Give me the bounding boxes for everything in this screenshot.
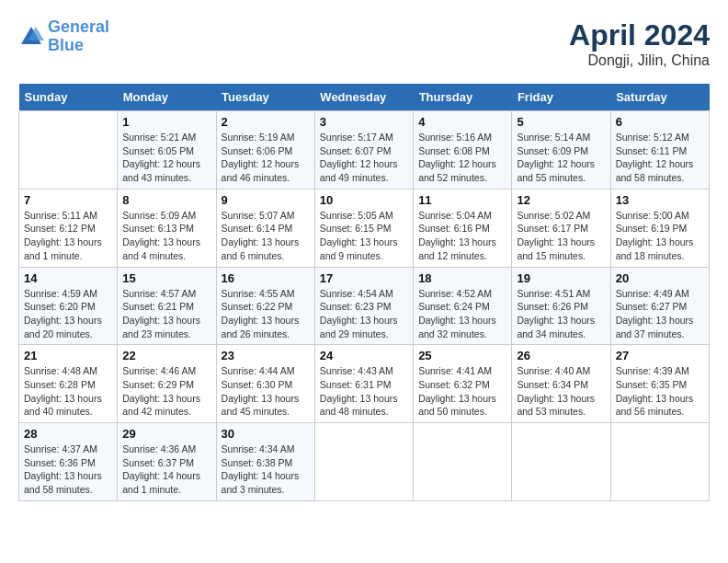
day-number: 28 bbox=[24, 427, 112, 441]
column-header-thursday: Thursday bbox=[414, 84, 512, 111]
calendar-cell: 16Sunrise: 4:55 AM Sunset: 6:22 PM Dayli… bbox=[216, 267, 314, 345]
column-header-wednesday: Wednesday bbox=[314, 84, 413, 111]
day-info: Sunrise: 5:07 AM Sunset: 6:14 PM Dayligh… bbox=[222, 209, 310, 263]
day-info: Sunrise: 5:09 AM Sunset: 6:13 PM Dayligh… bbox=[122, 209, 210, 263]
column-header-sunday: Sunday bbox=[19, 84, 118, 111]
day-info: Sunrise: 4:55 AM Sunset: 6:22 PM Dayligh… bbox=[222, 287, 310, 341]
calendar-cell: 8Sunrise: 5:09 AM Sunset: 6:13 PM Daylig… bbox=[118, 189, 216, 267]
calendar-cell: 26Sunrise: 4:40 AM Sunset: 6:34 PM Dayli… bbox=[512, 345, 610, 423]
day-number: 12 bbox=[517, 193, 605, 207]
calendar-cell bbox=[512, 423, 610, 501]
day-number: 23 bbox=[222, 349, 310, 362]
calendar-cell: 14Sunrise: 4:59 AM Sunset: 6:20 PM Dayli… bbox=[19, 267, 118, 345]
day-info: Sunrise: 4:43 AM Sunset: 6:31 PM Dayligh… bbox=[320, 364, 408, 419]
calendar-cell: 29Sunrise: 4:36 AM Sunset: 6:37 PM Dayli… bbox=[118, 423, 216, 501]
day-number: 22 bbox=[122, 349, 210, 362]
calendar-cell bbox=[19, 111, 118, 190]
day-number: 6 bbox=[616, 115, 704, 129]
subtitle: Dongji, Jilin, China bbox=[569, 52, 710, 69]
day-info: Sunrise: 4:39 AM Sunset: 6:35 PM Dayligh… bbox=[616, 364, 704, 419]
calendar-cell: 1Sunrise: 5:21 AM Sunset: 6:05 PM Daylig… bbox=[118, 111, 216, 190]
week-row-1: 1Sunrise: 5:21 AM Sunset: 6:05 PM Daylig… bbox=[19, 111, 710, 190]
calendar-cell: 2Sunrise: 5:19 AM Sunset: 6:06 PM Daylig… bbox=[216, 111, 314, 190]
calendar-cell: 10Sunrise: 5:05 AM Sunset: 6:15 PM Dayli… bbox=[314, 189, 413, 267]
day-number: 4 bbox=[418, 115, 506, 129]
column-header-tuesday: Tuesday bbox=[216, 84, 314, 111]
day-number: 8 bbox=[122, 193, 210, 207]
day-number: 2 bbox=[222, 115, 310, 129]
day-info: Sunrise: 5:19 AM Sunset: 6:06 PM Dayligh… bbox=[222, 131, 310, 185]
logo-icon bbox=[18, 24, 44, 50]
day-info: Sunrise: 4:52 AM Sunset: 6:24 PM Dayligh… bbox=[418, 287, 506, 341]
title-block: April 2024 Dongji, Jilin, China bbox=[569, 18, 710, 69]
calendar-cell: 9Sunrise: 5:07 AM Sunset: 6:14 PM Daylig… bbox=[216, 189, 314, 267]
day-info: Sunrise: 5:02 AM Sunset: 6:17 PM Dayligh… bbox=[517, 209, 605, 263]
calendar-cell bbox=[610, 423, 709, 501]
day-number: 1 bbox=[122, 115, 210, 129]
logo-text: General Blue bbox=[48, 18, 109, 55]
day-number: 7 bbox=[24, 193, 112, 207]
day-info: Sunrise: 5:12 AM Sunset: 6:11 PM Dayligh… bbox=[616, 131, 704, 185]
day-number: 15 bbox=[122, 271, 210, 285]
day-number: 30 bbox=[222, 427, 310, 441]
day-info: Sunrise: 4:57 AM Sunset: 6:21 PM Dayligh… bbox=[122, 287, 210, 341]
day-info: Sunrise: 5:11 AM Sunset: 6:12 PM Dayligh… bbox=[24, 209, 112, 263]
week-row-5: 28Sunrise: 4:37 AM Sunset: 6:36 PM Dayli… bbox=[19, 423, 710, 501]
day-info: Sunrise: 4:41 AM Sunset: 6:32 PM Dayligh… bbox=[418, 364, 506, 419]
calendar-cell: 19Sunrise: 4:51 AM Sunset: 6:26 PM Dayli… bbox=[512, 267, 610, 345]
day-info: Sunrise: 4:46 AM Sunset: 6:29 PM Dayligh… bbox=[122, 364, 210, 419]
calendar-cell: 22Sunrise: 4:46 AM Sunset: 6:29 PM Dayli… bbox=[118, 345, 216, 423]
day-number: 18 bbox=[418, 271, 506, 285]
calendar-cell: 5Sunrise: 5:14 AM Sunset: 6:09 PM Daylig… bbox=[512, 111, 610, 190]
day-number: 25 bbox=[418, 349, 506, 362]
day-info: Sunrise: 5:21 AM Sunset: 6:05 PM Dayligh… bbox=[122, 131, 210, 185]
calendar-cell: 11Sunrise: 5:04 AM Sunset: 6:16 PM Dayli… bbox=[414, 189, 512, 267]
calendar-cell: 18Sunrise: 4:52 AM Sunset: 6:24 PM Dayli… bbox=[414, 267, 512, 345]
week-row-4: 21Sunrise: 4:48 AM Sunset: 6:28 PM Dayli… bbox=[19, 345, 710, 423]
day-info: Sunrise: 5:17 AM Sunset: 6:07 PM Dayligh… bbox=[320, 131, 408, 185]
calendar-cell: 12Sunrise: 5:02 AM Sunset: 6:17 PM Dayli… bbox=[512, 189, 610, 267]
column-header-monday: Monday bbox=[118, 84, 216, 111]
day-number: 5 bbox=[517, 115, 605, 129]
calendar-cell: 23Sunrise: 4:44 AM Sunset: 6:30 PM Dayli… bbox=[216, 345, 314, 423]
calendar-cell: 3Sunrise: 5:17 AM Sunset: 6:07 PM Daylig… bbox=[314, 111, 413, 190]
week-row-2: 7Sunrise: 5:11 AM Sunset: 6:12 PM Daylig… bbox=[19, 189, 710, 267]
day-info: Sunrise: 4:36 AM Sunset: 6:37 PM Dayligh… bbox=[122, 442, 210, 497]
day-info: Sunrise: 4:51 AM Sunset: 6:26 PM Dayligh… bbox=[517, 287, 605, 341]
week-row-3: 14Sunrise: 4:59 AM Sunset: 6:20 PM Dayli… bbox=[19, 267, 710, 345]
day-number: 27 bbox=[616, 349, 704, 362]
page-header: General Blue April 2024 Dongji, Jilin, C… bbox=[18, 18, 710, 69]
calendar-cell: 20Sunrise: 4:49 AM Sunset: 6:27 PM Dayli… bbox=[610, 267, 709, 345]
day-number: 16 bbox=[222, 271, 310, 285]
day-info: Sunrise: 5:05 AM Sunset: 6:15 PM Dayligh… bbox=[320, 209, 408, 263]
column-header-saturday: Saturday bbox=[610, 84, 709, 111]
day-number: 20 bbox=[616, 271, 704, 285]
calendar-cell: 27Sunrise: 4:39 AM Sunset: 6:35 PM Dayli… bbox=[610, 345, 709, 423]
day-number: 29 bbox=[122, 427, 210, 441]
calendar-cell: 4Sunrise: 5:16 AM Sunset: 6:08 PM Daylig… bbox=[414, 111, 512, 190]
day-info: Sunrise: 5:14 AM Sunset: 6:09 PM Dayligh… bbox=[517, 131, 605, 185]
day-info: Sunrise: 4:54 AM Sunset: 6:23 PM Dayligh… bbox=[320, 287, 408, 341]
day-number: 14 bbox=[24, 271, 112, 285]
day-number: 11 bbox=[418, 193, 506, 207]
calendar-cell: 6Sunrise: 5:12 AM Sunset: 6:11 PM Daylig… bbox=[610, 111, 709, 190]
calendar-cell: 7Sunrise: 5:11 AM Sunset: 6:12 PM Daylig… bbox=[19, 189, 118, 267]
day-info: Sunrise: 4:34 AM Sunset: 6:38 PM Dayligh… bbox=[222, 442, 310, 497]
day-info: Sunrise: 4:59 AM Sunset: 6:20 PM Dayligh… bbox=[24, 287, 112, 341]
header-row: SundayMondayTuesdayWednesdayThursdayFrid… bbox=[19, 84, 710, 111]
day-number: 9 bbox=[222, 193, 310, 207]
day-number: 17 bbox=[320, 271, 408, 285]
calendar-cell: 25Sunrise: 4:41 AM Sunset: 6:32 PM Dayli… bbox=[414, 345, 512, 423]
calendar-cell bbox=[414, 423, 512, 501]
calendar-cell: 17Sunrise: 4:54 AM Sunset: 6:23 PM Dayli… bbox=[314, 267, 413, 345]
day-number: 24 bbox=[320, 349, 408, 362]
logo: General Blue bbox=[18, 18, 109, 55]
day-info: Sunrise: 4:40 AM Sunset: 6:34 PM Dayligh… bbox=[517, 364, 605, 419]
day-info: Sunrise: 5:16 AM Sunset: 6:08 PM Dayligh… bbox=[418, 131, 506, 185]
calendar-cell: 28Sunrise: 4:37 AM Sunset: 6:36 PM Dayli… bbox=[19, 423, 118, 501]
calendar-cell: 24Sunrise: 4:43 AM Sunset: 6:31 PM Dayli… bbox=[314, 345, 413, 423]
calendar-cell: 13Sunrise: 5:00 AM Sunset: 6:19 PM Dayli… bbox=[610, 189, 709, 267]
day-number: 19 bbox=[517, 271, 605, 285]
day-number: 10 bbox=[320, 193, 408, 207]
calendar-table: SundayMondayTuesdayWednesdayThursdayFrid… bbox=[18, 84, 710, 501]
